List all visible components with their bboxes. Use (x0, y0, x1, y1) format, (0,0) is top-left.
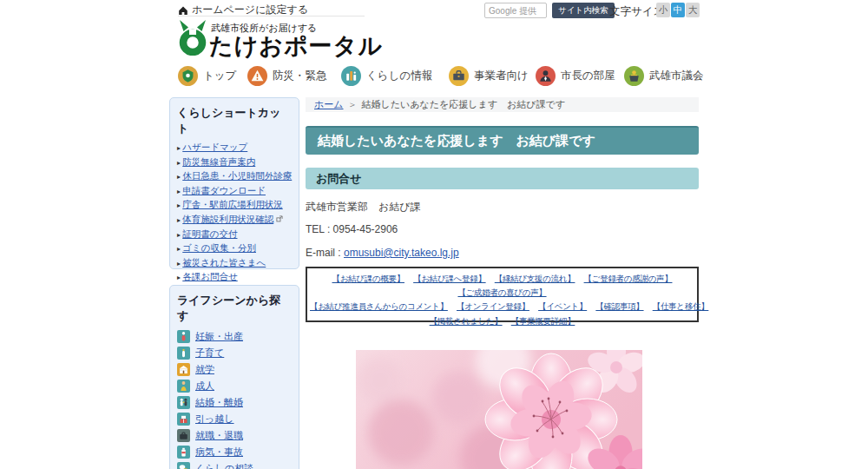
nav-item-emergency[interactable]: 防災・緊急 (247, 66, 327, 86)
related-link[interactable]: 【お結び推進員さんからのコメント】 (310, 301, 448, 311)
list-item: ゴミの収集・分別 (177, 241, 292, 256)
list-item: 妊娠・出産 (177, 328, 292, 345)
shortcut-link[interactable]: 被災された皆さまへ (182, 257, 266, 268)
contact-email-label: E-mail : (306, 247, 344, 259)
related-link[interactable]: 【イベント】 (538, 301, 587, 311)
nav-item-business[interactable]: 事業者向け (449, 66, 529, 86)
font-size-large-button[interactable]: 大 (686, 3, 700, 17)
school-icon (177, 363, 190, 376)
list-item: 庁舎・駅前広場利用状況 (177, 198, 292, 213)
breadcrumb: ホーム＞結婚したいあなたを応援します お結び課です (306, 97, 699, 112)
list-item: 結婚・離婚 (177, 394, 292, 411)
takeo-city-emblem-logo (177, 19, 208, 56)
related-link[interactable]: 【事業概要詳細】 (511, 316, 575, 326)
city-emblem-icon (178, 66, 198, 86)
related-link[interactable]: 【ご成婚者の喜びの声】 (457, 287, 546, 297)
nav-item-mayor[interactable]: 市長の部屋 (536, 66, 615, 86)
related-link[interactable]: 【仕事と移住】 (653, 301, 709, 311)
council-icon (624, 66, 644, 86)
mayor-icon (536, 66, 556, 86)
nav-item-top[interactable]: トップ (178, 66, 236, 86)
nav-label: 武雄市議会 (649, 69, 704, 83)
moving-icon (177, 413, 190, 426)
font-size-medium-button[interactable]: 中 (671, 3, 685, 17)
site-search-input[interactable] (484, 3, 547, 18)
links-row: 【掲載されました】 【事業概要詳細】 (307, 314, 697, 327)
nav-item-council[interactable]: 武雄市議会 (624, 66, 704, 86)
site-logo-title[interactable]: たけおポータル (209, 30, 383, 62)
life-scene-link[interactable]: 成人 (195, 380, 214, 393)
life-scene-link[interactable]: 引っ越し (195, 413, 234, 426)
shortcut-link[interactable]: 休日急患・小児時間外診療 (182, 170, 292, 181)
nav-label: 事業者向け (474, 69, 529, 83)
list-item: 申請書ダウンロード (177, 184, 292, 199)
related-link[interactable]: 【お結び課へ登録】 (413, 274, 485, 283)
nav-label: 防災・緊急 (273, 69, 327, 83)
list-item: 就職・退職 (177, 427, 292, 444)
related-link[interactable]: 【確認事項】 (595, 301, 643, 311)
shortcut-link[interactable]: 庁舎・駅前広場利用状況 (182, 199, 283, 209)
shortcut-link[interactable]: 防災無線音声案内 (182, 156, 255, 167)
nav-item-living-info[interactable]: くらしの情報 (341, 66, 432, 86)
list-item: 子育て (177, 345, 292, 361)
life-scene-link[interactable]: くらしの相談 (195, 462, 253, 469)
list-item: 病気・事故 (177, 444, 292, 460)
briefcase-icon (449, 66, 469, 86)
shortcut-link[interactable]: ゴミの収集・分別 (182, 242, 256, 253)
life-scene-link[interactable]: 就職・退職 (195, 429, 243, 442)
links-row: 【お結び課の概要】 【お結び課へ登録】 【縁結び支援の流れ】 【ご登録者の感謝の… (307, 271, 697, 285)
font-size-small-button[interactable]: 小 (656, 3, 670, 17)
contact-tel: TEL : 0954-45-2906 (306, 223, 398, 235)
related-links-box: 【お結び課の概要】 【お結び課へ登録】 【縁結び支援の流れ】 【ご登録者の感謝の… (306, 267, 699, 322)
list-item: 就学 (177, 361, 292, 378)
nav-label: 市長の部屋 (561, 69, 615, 83)
work-icon (177, 429, 190, 442)
contact-email-link[interactable]: omusubi@city.takeo.lg.jp (344, 247, 459, 259)
external-link-icon (276, 215, 283, 222)
site-search-button[interactable]: サイト内検索 (552, 3, 615, 18)
warning-icon (247, 66, 267, 86)
list-item: ハザードマップ (177, 141, 292, 155)
breadcrumb-home-link[interactable]: ホーム (314, 99, 344, 109)
baby-bottle-icon (177, 347, 190, 360)
related-link[interactable]: 【ご登録者の感謝の声】 (584, 274, 673, 283)
related-link[interactable]: 【縁結び支援の流れ】 (495, 274, 575, 283)
shortcut-link[interactable]: 各課お問合せ (182, 271, 238, 281)
list-item: 被災された皆さまへ (177, 256, 292, 271)
life-scene-link[interactable]: 妊娠・出産 (195, 330, 243, 343)
sickness-icon (177, 446, 190, 459)
takeo-portal-page: ホームページに設定する サイト内検索 文字サイズ 小 中 大 武雄市役所がお届け… (0, 0, 868, 469)
life-scene-link[interactable]: 就学 (195, 363, 214, 376)
related-link[interactable]: 【お結び課の概要】 (332, 274, 404, 283)
nav-label: トップ (203, 69, 236, 83)
life-scenes-list: 妊娠・出産 子育て 就学 成人 結婚・離婚 引っ越し (177, 328, 292, 469)
cherry-blossom-photo (356, 350, 642, 469)
list-item: 体育施設利用状況確認 (177, 213, 292, 228)
shortcut-link[interactable]: 証明書の交付 (182, 228, 237, 239)
adult-icon (177, 380, 190, 393)
links-row: 【お結び推進員さんからのコメント】 【オンライン登録】 【イベント】 【確認事項… (307, 299, 697, 313)
list-item: 引っ越し (177, 411, 292, 427)
shortcut-link[interactable]: 体育施設利用状況確認 (182, 214, 273, 224)
links-row: 【ご成婚者の喜びの声】 (307, 285, 697, 299)
related-link[interactable]: 【オンライン登録】 (457, 301, 529, 311)
utility-divider (178, 16, 365, 17)
life-scene-link[interactable]: 結婚・離婚 (195, 396, 243, 409)
home-icon (178, 5, 188, 16)
shortcuts-title: くらしショートカット (177, 105, 292, 136)
life-scene-link[interactable]: 病気・事故 (195, 446, 243, 459)
list-item: 成人 (177, 378, 292, 394)
shortcuts-list: ハザードマップ 防災無線音声案内 休日急患・小児時間外診療 申請書ダウンロード … (177, 141, 292, 300)
related-link[interactable]: 【掲載されました】 (430, 316, 503, 326)
list-item: 防災無線音声案内 (177, 155, 292, 170)
contact-department: 武雄市営業部 お結び課 (306, 200, 421, 215)
life-scenes-title: ライフシーンから探す (177, 293, 292, 324)
breadcrumb-current: 結婚したいあなたを応援します お結び課です (362, 99, 566, 109)
list-item: 休日急患・小児時間外診療 (177, 169, 292, 184)
shortcuts-box: くらしショートカット ハザードマップ 防災無線音声案内 休日急患・小児時間外診療… (169, 97, 299, 269)
life-scenes-box: ライフシーンから探す 妊娠・出産 子育て 就学 成人 結婚・離婚 (169, 285, 299, 469)
shortcut-link[interactable]: 申請書ダウンロード (182, 185, 266, 195)
list-item: 各課お問合せ (177, 270, 292, 285)
shortcut-link[interactable]: ハザードマップ (182, 142, 247, 152)
life-scene-link[interactable]: 子育て (195, 347, 224, 360)
